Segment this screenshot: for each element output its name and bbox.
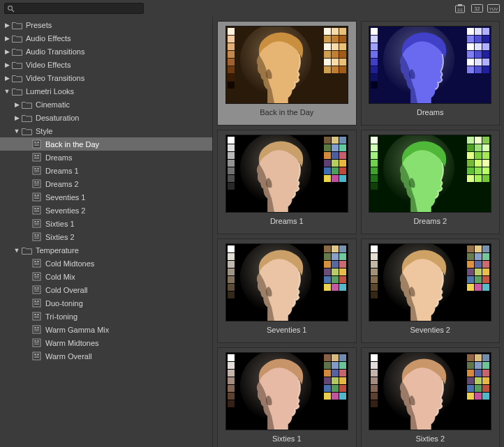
tree-item-label: Dreams: [45, 153, 73, 162]
svg-rect-17: [34, 158, 39, 159]
thumbnail-label: Seventies 1: [267, 326, 306, 334]
svg-rect-57: [34, 278, 39, 278]
svg-rect-52: [34, 264, 39, 265]
tree-preset[interactable]: ▶ Dreams: [0, 151, 212, 164]
preset-thumbnail[interactable]: Sixties 1: [217, 347, 357, 447]
svg-rect-86: [34, 356, 39, 356]
preset-icon: [31, 192, 42, 202]
tree-folder[interactable]: ▶ Video Transitions: [0, 71, 212, 84]
tree-preset[interactable]: ▶ Cold Midtones: [0, 257, 212, 270]
svg-rect-40: [37, 221, 39, 222]
svg-rect-75: [37, 327, 39, 328]
svg-rect-74: [34, 327, 36, 328]
tree-folder[interactable]: ▶ Audio Transitions: [0, 45, 212, 58]
search-input[interactable]: [15, 3, 143, 13]
tree-item-label: Back in the Day: [45, 140, 99, 149]
svg-rect-35: [37, 208, 39, 209]
svg-rect-85: [37, 354, 39, 355]
thumbnail-image: [225, 135, 348, 213]
preset-icon: [31, 285, 42, 295]
tree-folder[interactable]: ▼ Temperature: [0, 243, 212, 257]
svg-rect-67: [34, 304, 39, 305]
disclosure-triangle-icon[interactable]: ▶: [13, 100, 21, 109]
tree-item-label: Video Transitions: [25, 74, 84, 82]
tree-preset[interactable]: ▶ Sixties 1: [0, 217, 212, 230]
tree-item-label: Sixties 2: [45, 233, 75, 241]
disclosure-triangle-icon[interactable]: ▶: [3, 34, 11, 43]
tree-preset[interactable]: ▶ Seventies 2: [0, 204, 212, 217]
tree-preset[interactable]: ▶ Back in the Day: [0, 137, 212, 151]
tree-preset[interactable]: ▶ Warm Midtones: [0, 336, 212, 349]
svg-rect-36: [34, 210, 39, 211]
thirty-two-icon[interactable]: 32: [470, 3, 483, 14]
preset-thumbnail[interactable]: Back in the Day: [217, 21, 357, 126]
tree-folder[interactable]: ▶ Cinematic: [0, 98, 212, 111]
svg-rect-44: [34, 234, 36, 236]
preset-thumbnail[interactable]: Dreams 1: [217, 130, 357, 234]
tree-item-label: Desaturation: [35, 114, 79, 122]
tree-preset[interactable]: ▶ Duo-toning: [0, 296, 212, 310]
preview-grid: Back in the Day Dreams Dreams 1: [217, 21, 500, 447]
disclosure-triangle-icon[interactable]: ▼: [3, 87, 11, 96]
tree-item-label: Video Effects: [25, 61, 71, 69]
color-swatches: [324, 28, 346, 73]
tree-preset[interactable]: ▶ Warm Gamma Mix: [0, 323, 212, 336]
tree-preset[interactable]: ▶ Dreams 1: [0, 164, 212, 177]
tree-folder[interactable]: ▶ Audio Effects: [0, 31, 212, 45]
preset-icon: [31, 166, 42, 176]
svg-rect-14: [34, 155, 36, 156]
thumbnail-label: Dreams: [417, 108, 444, 116]
new-bin-icon[interactable]: [454, 3, 466, 14]
svg-rect-61: [34, 289, 39, 290]
tree-preset[interactable]: ▶ Cold Overall: [0, 283, 212, 296]
preset-thumbnail[interactable]: Dreams: [361, 21, 501, 126]
tree-folder[interactable]: ▼ Lumetri Looks: [0, 84, 212, 98]
preset-thumbnail[interactable]: Sixties 2: [361, 347, 501, 447]
tree-preset[interactable]: ▶ Cold Mix: [0, 270, 212, 283]
tree-folder[interactable]: ▶ Presets: [0, 18, 212, 31]
svg-rect-31: [34, 197, 39, 197]
yuv-icon[interactable]: YUV: [487, 3, 500, 14]
svg-rect-34: [34, 208, 36, 209]
disclosure-triangle-icon[interactable]: ▶: [3, 61, 11, 69]
tree-preset[interactable]: ▶ Warm Overall: [0, 349, 212, 363]
grayscale-swatches: [371, 245, 378, 306]
color-swatches: [467, 28, 489, 73]
tree-folder[interactable]: ▼ Style: [0, 124, 212, 137]
disclosure-triangle-icon[interactable]: ▶: [3, 21, 11, 29]
tree-preset[interactable]: ▶ Dreams 2: [0, 177, 212, 190]
tree-folder[interactable]: ▶ Video Effects: [0, 58, 212, 71]
disclosure-triangle-icon[interactable]: ▼: [13, 127, 21, 135]
disclosure-triangle-icon[interactable]: ▶: [3, 74, 11, 82]
tree-item-label: Cold Midtones: [45, 259, 94, 268]
preset-thumbnail[interactable]: Seventies 2: [361, 238, 501, 343]
disclosure-triangle-icon[interactable]: ▼: [13, 246, 21, 255]
preset-icon: [31, 153, 42, 162]
svg-rect-27: [34, 185, 39, 185]
color-swatches: [324, 245, 346, 291]
svg-rect-54: [34, 274, 36, 275]
svg-rect-32: [34, 198, 39, 199]
color-swatches: [467, 137, 489, 182]
disclosure-triangle-icon[interactable]: ▶: [3, 47, 11, 56]
tree-preset[interactable]: ▶ Tri-toning: [0, 310, 212, 323]
disclosure-triangle-icon[interactable]: ▶: [13, 114, 21, 122]
preset-thumbnail[interactable]: Seventies 1: [217, 238, 357, 343]
tree-preset[interactable]: ▶ Seventies 1: [0, 190, 212, 204]
preset-thumbnail[interactable]: Dreams 2: [361, 130, 501, 234]
tree-folder[interactable]: ▶ Desaturation: [0, 111, 212, 124]
preview-grid-scroll[interactable]: Back in the Day Dreams Dreams 1: [213, 17, 504, 447]
color-swatches: [467, 354, 489, 400]
svg-point-0: [8, 6, 12, 10]
effects-tree[interactable]: ▶ Presets▶ Audio Effects▶ Audio Transiti…: [0, 17, 213, 447]
svg-rect-64: [34, 301, 36, 302]
thumbnail-label: Dreams 1: [270, 217, 304, 225]
tree-item-label: Cold Mix: [45, 273, 75, 281]
svg-rect-76: [34, 329, 39, 330]
tree-item-label: Presets: [25, 21, 52, 29]
search-icon: [5, 3, 15, 13]
color-swatches: [324, 137, 346, 182]
tree-preset[interactable]: ▶ Sixties 2: [0, 230, 212, 243]
search-field[interactable]: [4, 3, 144, 14]
thumbnail-image: [369, 26, 491, 104]
